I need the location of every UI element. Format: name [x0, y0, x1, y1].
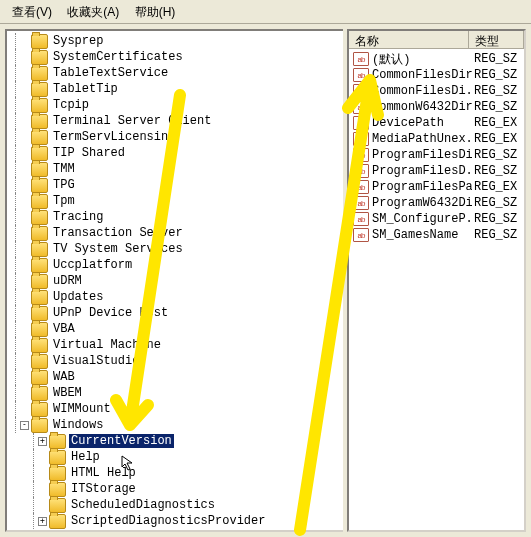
- tree-item-wbem[interactable]: WBEM: [7, 385, 343, 401]
- no-expander: [20, 181, 29, 190]
- tree-item-updates[interactable]: Updates: [7, 289, 343, 305]
- tree-item-vba[interactable]: VBA: [7, 321, 343, 337]
- tree-item-tip-shared[interactable]: TIP Shared: [7, 145, 343, 161]
- tree-item-terminal-server-client[interactable]: Terminal Server Client: [7, 113, 343, 129]
- tree-item-udrm[interactable]: uDRM: [7, 273, 343, 289]
- tree-item-transaction-server[interactable]: Transaction Server: [7, 225, 343, 241]
- tree-item-html-help[interactable]: HTML Help: [7, 465, 343, 481]
- value-name: CommonFilesDir: [372, 68, 472, 82]
- value-name: (默认): [372, 51, 472, 68]
- no-expander: [20, 389, 29, 398]
- string-value-icon: ab: [353, 116, 369, 130]
- folder-icon: [31, 306, 48, 321]
- value-name: ProgramFilesD...: [372, 164, 472, 178]
- value-row[interactable]: abProgramW6432DirREG_SZ: [349, 195, 524, 211]
- folder-icon: [31, 274, 48, 289]
- tree-item-tpg[interactable]: TPG: [7, 177, 343, 193]
- value-row[interactable]: abProgramFilesPathREG_EX: [349, 179, 524, 195]
- tree-item-tv-system-services[interactable]: TV System Services: [7, 241, 343, 257]
- tree-item-virtual-machine[interactable]: Virtual Machine: [7, 337, 343, 353]
- folder-icon: [31, 162, 48, 177]
- tree-item-label: UPnP Device Host: [51, 306, 170, 320]
- no-expander: [20, 117, 29, 126]
- expand-icon[interactable]: +: [38, 517, 47, 526]
- tree-item-wab[interactable]: WAB: [7, 369, 343, 385]
- tree-item-windows[interactable]: -Windows: [7, 417, 343, 433]
- tree-item-label: WAB: [51, 370, 77, 384]
- tree-item-label: TMM: [51, 162, 77, 176]
- value-name: SM_GamesName: [372, 228, 472, 242]
- column-name[interactable]: 名称: [349, 31, 469, 48]
- column-type[interactable]: 类型: [469, 31, 524, 48]
- value-row[interactable]: abSM_ConfigureP...REG_SZ: [349, 211, 524, 227]
- tree-item-itstorage[interactable]: ITStorage: [7, 481, 343, 497]
- folder-icon: [31, 370, 48, 385]
- value-type: REG_SZ: [472, 148, 517, 162]
- tree-item-termservlicensing[interactable]: TermServLicensing: [7, 129, 343, 145]
- no-expander: [38, 485, 47, 494]
- value-row[interactable]: abProgramFilesD...REG_SZ: [349, 163, 524, 179]
- no-expander: [20, 149, 29, 158]
- string-value-icon: ab: [353, 100, 369, 114]
- string-value-icon: ab: [353, 228, 369, 242]
- tree-item-label: Tpm: [51, 194, 77, 208]
- tree-item-label: Sysprep: [51, 34, 105, 48]
- menu-help[interactable]: 帮助(H): [129, 0, 182, 21]
- registry-tree-scroll[interactable]: SysprepSystemCertificatesTableTextServic…: [7, 31, 343, 530]
- value-row[interactable]: abMediaPathUnex...REG_EX: [349, 131, 524, 147]
- value-row[interactable]: abCommonFilesDi...REG_SZ: [349, 83, 524, 99]
- tree-item-label: TPG: [51, 178, 77, 192]
- tree-item-tablettip[interactable]: TabletTip: [7, 81, 343, 97]
- no-expander: [20, 101, 29, 110]
- tree-item-tabletextservice[interactable]: TableTextService: [7, 65, 343, 81]
- value-row[interactable]: abCommonW6432DirREG_SZ: [349, 99, 524, 115]
- tree-item-visualstudio[interactable]: VisualStudio: [7, 353, 343, 369]
- folder-icon: [31, 226, 48, 241]
- expand-icon[interactable]: +: [38, 437, 47, 446]
- string-value-icon: ab: [353, 196, 369, 210]
- tree-item-label: SystemCertificates: [51, 50, 185, 64]
- value-row[interactable]: abDevicePathREG_EX: [349, 115, 524, 131]
- value-row[interactable]: abCommonFilesDirREG_SZ: [349, 67, 524, 83]
- tree-item-scheduleddiagnostics[interactable]: ScheduledDiagnostics: [7, 497, 343, 513]
- tree-item-upnp-device-host[interactable]: UPnP Device Host: [7, 305, 343, 321]
- value-name: ProgramFilesPath: [372, 180, 472, 194]
- no-expander: [20, 197, 29, 206]
- tree-item-systemcertificates[interactable]: SystemCertificates: [7, 49, 343, 65]
- tree-item-label: TV System Services: [51, 242, 185, 256]
- tree-item-tcpip[interactable]: Tcpip: [7, 97, 343, 113]
- tree-item-label: Terminal Server Client: [51, 114, 213, 128]
- tree-item-wimmount[interactable]: WIMMount: [7, 401, 343, 417]
- tree-item-sysprep[interactable]: Sysprep: [7, 33, 343, 49]
- tree-item-uccplatform[interactable]: Uccplatform: [7, 257, 343, 273]
- folder-icon: [31, 354, 48, 369]
- value-row[interactable]: ab(默认)REG_SZ: [349, 51, 524, 67]
- registry-values-pane: 名称 类型 ab(默认)REG_SZabCommonFilesDirREG_SZ…: [347, 29, 526, 532]
- menu-view[interactable]: 查看(V): [6, 0, 58, 21]
- folder-icon: [31, 130, 48, 145]
- tree-item-scripteddiagnosticsprovider[interactable]: +ScriptedDiagnosticsProvider: [7, 513, 343, 529]
- folder-icon: [31, 34, 48, 49]
- tree-item-tracing[interactable]: Tracing: [7, 209, 343, 225]
- value-row[interactable]: abProgramFilesDirREG_SZ: [349, 147, 524, 163]
- tree-item-label: Windows: [51, 418, 105, 432]
- value-row[interactable]: abSM_GamesNameREG_SZ: [349, 227, 524, 243]
- no-expander: [38, 453, 47, 462]
- tree-item-label: TableTextService: [51, 66, 170, 80]
- folder-icon: [31, 290, 48, 305]
- no-expander: [20, 341, 29, 350]
- no-expander: [20, 37, 29, 46]
- folder-icon: [31, 66, 48, 81]
- value-name: DevicePath: [372, 116, 472, 130]
- tree-item-help[interactable]: Help: [7, 449, 343, 465]
- value-name: SM_ConfigureP...: [372, 212, 472, 226]
- registry-tree-pane: SysprepSystemCertificatesTableTextServic…: [5, 29, 343, 532]
- collapse-icon[interactable]: -: [20, 421, 29, 430]
- menu-favorites[interactable]: 收藏夹(A): [61, 0, 125, 21]
- tree-item-currentversion[interactable]: +CurrentVersion: [7, 433, 343, 449]
- value-name: CommonFilesDi...: [372, 84, 472, 98]
- tree-item-tmm[interactable]: TMM: [7, 161, 343, 177]
- value-type: REG_SZ: [472, 52, 517, 66]
- tree-item-label: Transaction Server: [51, 226, 185, 240]
- tree-item-tpm[interactable]: Tpm: [7, 193, 343, 209]
